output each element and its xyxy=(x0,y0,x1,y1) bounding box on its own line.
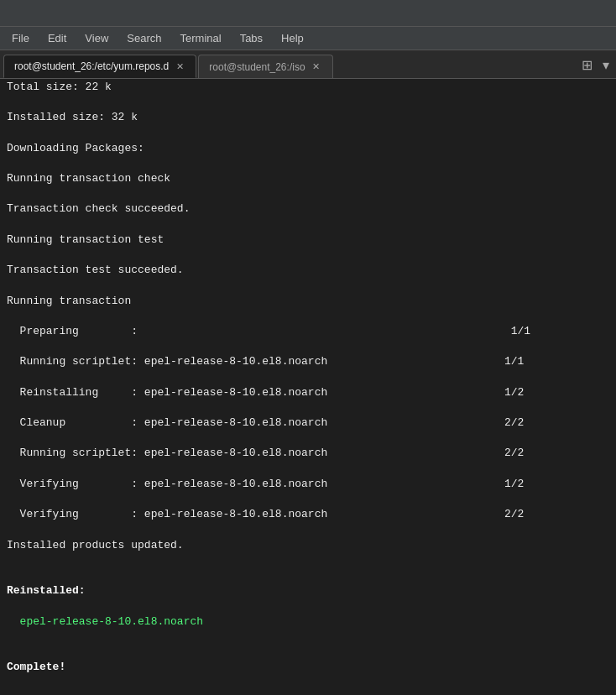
terminal-line: Transaction test succeeded. xyxy=(7,263,609,278)
terminal-line: Cleanup : epel-release-8-10.el8.noarch 2… xyxy=(7,415,609,431)
terminal-line: Installed products updated. xyxy=(7,538,609,553)
terminal-line: epel-release-8-10.el8.noarch xyxy=(7,614,609,630)
new-tab-button[interactable]: ⊞ xyxy=(578,55,596,75)
tab-close-yum-repos[interactable]: ✕ xyxy=(174,60,185,72)
menu-terminal[interactable]: Terminal xyxy=(172,29,230,47)
menubar: File Edit View Search Terminal Tabs Help xyxy=(0,27,616,50)
terminal-line: Reinstalled: xyxy=(7,583,609,598)
terminal-line: Installed size: 32 k xyxy=(7,110,609,125)
terminal-line: Reinstalling : epel-release-8-10.el8.noa… xyxy=(7,385,609,400)
tab-label-yum-repos: root@student_26:/etc/yum.repos.d xyxy=(14,60,169,72)
titlebar xyxy=(0,0,616,27)
menu-file[interactable]: File xyxy=(3,29,38,47)
menu-help[interactable]: Help xyxy=(273,29,312,47)
close-button[interactable] xyxy=(596,7,609,20)
menu-search[interactable]: Search xyxy=(118,29,170,47)
tab-menu-button[interactable]: ▾ xyxy=(599,55,613,75)
tabbar-actions: ⊞ ▾ xyxy=(578,55,613,78)
terminal-line: Running scriptlet: epel-release-8-10.el8… xyxy=(7,354,609,369)
terminal-line: Verifying : epel-release-8-10.el8.noarch… xyxy=(7,477,609,492)
menu-edit[interactable]: Edit xyxy=(39,29,75,47)
tab-label-iso: root@student_26:/iso xyxy=(209,61,305,73)
terminal-line: Downloading Packages: xyxy=(7,141,609,156)
maximize-button[interactable] xyxy=(577,7,591,20)
menu-view[interactable]: View xyxy=(76,29,117,47)
terminal-line: Running scriptlet: epel-release-8-10.el8… xyxy=(7,446,609,461)
terminal-line: Running transaction xyxy=(7,294,609,309)
terminal-line: Total size: 22 k xyxy=(7,80,609,95)
terminal-line: Running transaction check xyxy=(7,171,609,186)
menu-tabs[interactable]: Tabs xyxy=(232,29,271,47)
tab-close-iso[interactable]: ✕ xyxy=(311,61,322,73)
terminal-line: Running transaction test xyxy=(7,233,609,248)
tab-yum-repos[interactable]: root@student_26:/etc/yum.repos.d ✕ xyxy=(3,55,196,78)
tab-iso[interactable]: root@student_26:/iso ✕ xyxy=(198,55,332,78)
terminal-line: Complete! xyxy=(7,660,609,675)
tabbar: root@student_26:/etc/yum.repos.d ✕ root@… xyxy=(0,50,616,79)
terminal-line: Verifying : epel-release-8-10.el8.noarch… xyxy=(7,507,609,522)
titlebar-controls xyxy=(559,7,609,20)
minimize-button[interactable] xyxy=(559,7,572,20)
terminal-content[interactable]: Complete! [root@student_26 yum.repos.d]#… xyxy=(0,79,616,695)
terminal-line: Transaction check succeeded. xyxy=(7,201,609,217)
terminal-line: Preparing : 1/1 xyxy=(7,324,609,339)
